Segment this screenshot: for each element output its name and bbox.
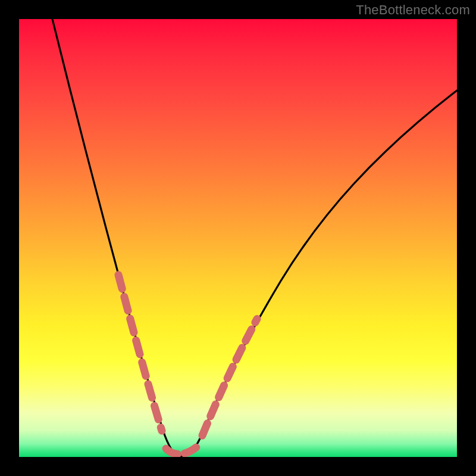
chart-frame: TheBottleneck.com xyxy=(0,0,476,476)
curve-layer xyxy=(19,19,457,457)
bottleneck-curve xyxy=(52,19,457,456)
plot-area xyxy=(19,19,457,457)
watermark-text: TheBottleneck.com xyxy=(356,2,470,18)
highlight-right-flank xyxy=(202,319,257,436)
highlight-left-flank xyxy=(118,275,162,431)
